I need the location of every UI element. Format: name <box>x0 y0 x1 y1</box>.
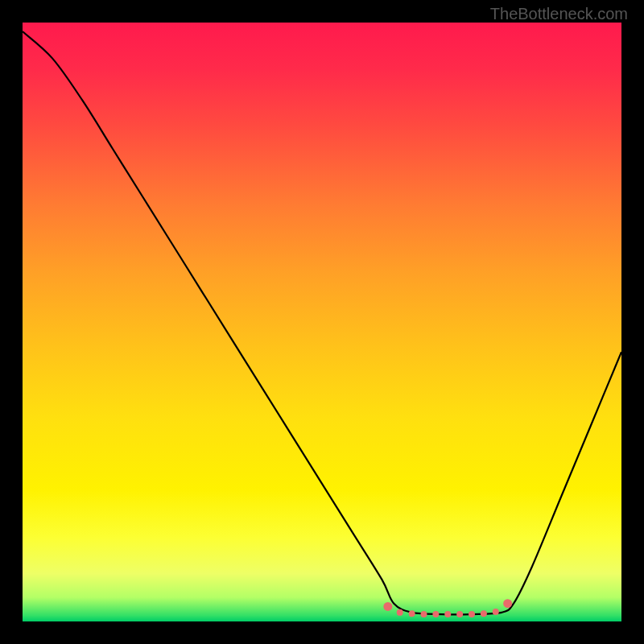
valley-marker-point <box>444 611 451 617</box>
valley-marker-point <box>397 609 403 616</box>
chart-svg <box>23 23 621 621</box>
chart-plot-area <box>23 23 621 621</box>
valley-marker-point <box>503 599 512 608</box>
valley-marker-point <box>420 611 427 617</box>
valley-marker-point <box>493 609 499 615</box>
bottleneck-curve <box>23 31 621 614</box>
watermark-text: TheBottleneck.com <box>490 5 628 23</box>
valley-marker-point <box>409 610 415 617</box>
valley-marker-point <box>432 611 439 617</box>
valley-marker-point <box>456 611 463 617</box>
valley-marker-point <box>481 610 487 617</box>
valley-markers <box>383 599 512 617</box>
valley-marker-point <box>383 602 392 611</box>
valley-marker-point <box>469 611 475 617</box>
